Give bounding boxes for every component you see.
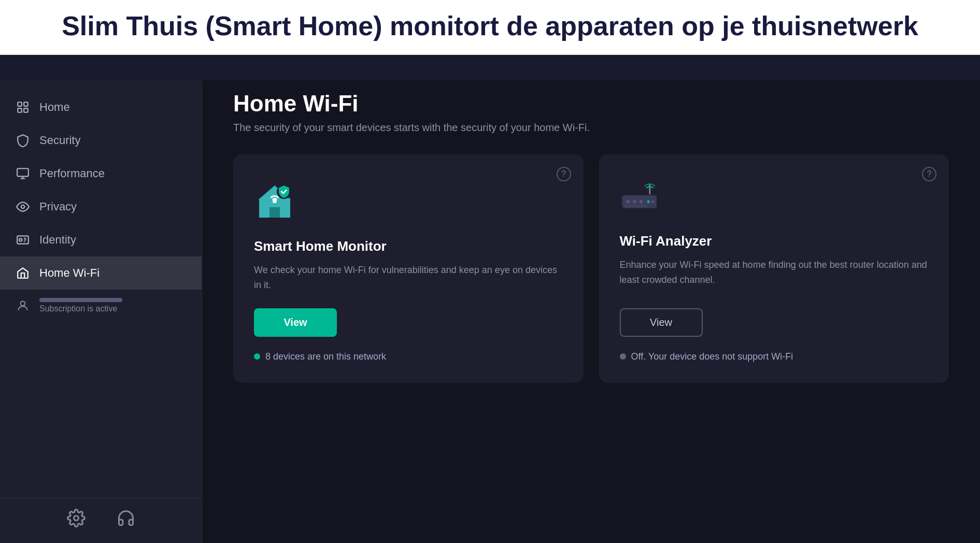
svg-rect-20	[624, 205, 647, 207]
headset-icon[interactable]	[117, 509, 135, 527]
top-banner: Slim Thuis (Smart Home) monitort de appa…	[0, 0, 980, 55]
app-container: Home Security Perform	[0, 80, 980, 543]
smart-home-status-text: 8 devices are on this network	[265, 351, 386, 362]
sidebar-item-home[interactable]: Home	[0, 91, 202, 124]
svg-rect-3	[24, 108, 28, 112]
settings-icon[interactable]	[67, 509, 86, 527]
svg-point-15	[626, 200, 630, 204]
smart-home-help-icon[interactable]: ?	[557, 167, 571, 181]
monitor-icon	[16, 166, 30, 181]
wifi-analyzer-description: Enhance your Wi-Fi speed at home finding…	[620, 258, 929, 293]
subscription-bar	[39, 298, 122, 302]
svg-rect-0	[18, 102, 22, 106]
svg-point-17	[639, 200, 643, 204]
svg-rect-10	[269, 207, 280, 218]
sidebar: Home Security Perform	[0, 80, 202, 543]
svg-rect-1	[24, 102, 28, 106]
page-subtitle: The security of your smart devices start…	[233, 122, 949, 134]
eye-icon	[16, 199, 30, 214]
wifi-analyzer-title: Wi-Fi Analyzer	[620, 233, 929, 249]
sidebar-label-security: Security	[39, 134, 80, 147]
sidebar-item-identity[interactable]: Identity	[0, 223, 202, 256]
cards-grid: ?	[233, 154, 949, 383]
sidebar-label-privacy: Privacy	[39, 200, 77, 213]
sidebar-label-performance: Performance	[39, 167, 105, 180]
wifi-analyzer-card: ?	[599, 154, 949, 383]
smart-home-description: We check your home Wi-Fi for vulnerabili…	[254, 263, 563, 293]
sidebar-item-subscription[interactable]: Subscription is active	[0, 290, 202, 322]
user-icon	[16, 298, 30, 313]
shield-icon	[16, 133, 30, 148]
sidebar-footer	[0, 498, 202, 538]
wifi-analyzer-status-dot	[620, 353, 626, 360]
sidebar-item-home-wifi[interactable]: Home Wi-Fi	[0, 256, 202, 290]
page-title: Home Wi-Fi	[233, 80, 949, 122]
subscription-label: Subscription is active	[39, 304, 122, 313]
smart-home-icon-area	[254, 180, 563, 224]
smart-home-view-button[interactable]: View	[254, 308, 337, 337]
wifi-analyzer-status: Off. Your device does not support Wi-Fi	[620, 351, 929, 362]
smart-home-monitor-card: ?	[233, 154, 584, 383]
sidebar-label-home-wifi: Home Wi-Fi	[39, 266, 100, 280]
svg-rect-4	[17, 168, 29, 176]
sidebar-nav: Home Security Perform	[0, 85, 202, 498]
smart-home-svg-icon	[254, 180, 295, 222]
wifi-analyzer-icon-area	[620, 180, 929, 219]
id-icon	[16, 233, 30, 247]
main-content: Home Wi-Fi The security of your smart de…	[202, 80, 980, 543]
wifi-analyzer-view-button[interactable]: View	[620, 308, 703, 337]
svg-point-18	[647, 201, 649, 203]
wifi-analyzer-status-text: Off. Your device does not support Wi-Fi	[631, 351, 793, 362]
banner-title: Slim Thuis (Smart Home) monitort de appa…	[21, 9, 959, 43]
svg-rect-2	[18, 108, 22, 112]
svg-point-19	[651, 201, 654, 203]
smart-home-status: 8 devices are on this network	[254, 351, 563, 362]
sidebar-item-privacy[interactable]: Privacy	[0, 190, 202, 223]
svg-point-9	[74, 516, 78, 521]
sidebar-item-performance[interactable]: Performance	[0, 157, 202, 190]
svg-point-8	[21, 301, 25, 306]
home-wifi-icon	[16, 266, 30, 280]
svg-point-7	[19, 238, 22, 241]
grid-icon	[16, 100, 30, 115]
subscription-content: Subscription is active	[39, 298, 122, 313]
sidebar-label-identity: Identity	[39, 233, 76, 247]
smart-home-status-dot	[254, 353, 260, 360]
wifi-analyzer-help-icon[interactable]: ?	[922, 167, 936, 181]
smart-home-title: Smart Home Monitor	[254, 238, 563, 254]
svg-point-5	[21, 205, 25, 209]
sidebar-item-security[interactable]: Security	[0, 124, 202, 157]
svg-point-16	[632, 200, 636, 204]
sidebar-label-home: Home	[39, 101, 70, 114]
wifi-analyzer-svg-icon	[620, 180, 661, 217]
